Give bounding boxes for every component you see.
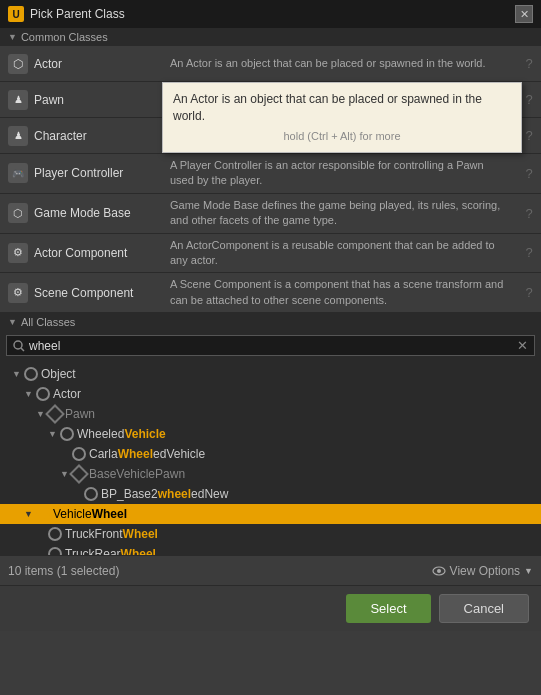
player-controller-label: Player Controller (34, 166, 123, 180)
tree-item-actor[interactable]: ▼ Actor (0, 384, 541, 404)
class-label-pawn: ♟ Pawn (0, 82, 162, 117)
game-mode-base-label: Game Mode Base (34, 206, 131, 220)
object-node-icon (24, 367, 38, 381)
actor-help-icon[interactable]: ? (517, 46, 541, 81)
common-classes-header: ▼ Common Classes (0, 28, 541, 46)
truck-rear-wheel-node-icon (48, 547, 62, 555)
view-options-chevron: ▼ (524, 566, 533, 576)
truck-front-wheel-label: TruckFrontWheel (65, 527, 158, 541)
class-row-pawn[interactable]: ♟ Pawn ? An Actor is an object that can … (0, 82, 541, 118)
player-controller-help-icon[interactable]: ? (517, 154, 541, 193)
actor-component-icon: ⚙ (8, 243, 28, 263)
tree-item-carla-wheeled-vehicle[interactable]: ▼ CarlaWheeledVehicle (0, 444, 541, 464)
class-row-actor-component[interactable]: ⚙ Actor Component An ActorComponent is a… (0, 234, 541, 274)
all-classes-header: ▼ All Classes (0, 313, 541, 331)
actor-tree-label: Actor (53, 387, 81, 401)
class-label-character: ♟ Character (0, 118, 162, 153)
bp-base2wheeled-node-icon (84, 487, 98, 501)
select-button[interactable]: Select (346, 594, 430, 623)
base-vehicle-pawn-node-icon (69, 464, 89, 484)
class-label-actor-component: ⚙ Actor Component (0, 234, 162, 273)
view-options-label: View Options (450, 564, 520, 578)
bottom-bar: 10 items (1 selected) View Options ▼ (0, 555, 541, 585)
scene-component-help-icon[interactable]: ? (517, 273, 541, 312)
actor-tooltip: An Actor is an object that can be placed… (162, 82, 522, 153)
carla-label: CarlaWheeledVehicle (89, 447, 205, 461)
class-label-game-mode-base: ⬡ Game Mode Base (0, 194, 162, 233)
actor-component-desc: An ActorComponent is a reusable componen… (162, 234, 517, 273)
title-bar: U Pick Parent Class ✕ (0, 0, 541, 28)
app-icon: U (8, 6, 24, 22)
tree-item-base-vehicle-pawn[interactable]: ▼ BaseVehiclePawn (0, 464, 541, 484)
player-controller-desc: A Player Controller is an actor responsi… (162, 154, 517, 193)
vehicle-wheel-label: VehicleWheel (53, 507, 127, 521)
pawn-icon: ♟ (8, 90, 28, 110)
truck-front-wheel-node-icon (48, 527, 62, 541)
tooltip-hint: hold (Ctrl + Alt) for more (173, 129, 511, 144)
class-label-player-controller: 🎮 Player Controller (0, 154, 162, 193)
class-row-actor[interactable]: ⬡ Actor An Actor is an object that can b… (0, 46, 541, 82)
game-mode-icon: ⬡ (8, 203, 28, 223)
actor-label: Actor (34, 57, 62, 71)
class-row-game-mode-base[interactable]: ⬡ Game Mode Base Game Mode Base defines … (0, 194, 541, 234)
tooltip-text: An Actor is an object that can be placed… (173, 92, 482, 123)
tree-item-wheeled-vehicle[interactable]: ▼ WheeledVehicle (0, 424, 541, 444)
object-label: Object (41, 367, 76, 381)
tree-arrow-actor: ▼ (24, 389, 34, 399)
close-button[interactable]: ✕ (515, 5, 533, 23)
view-options-button[interactable]: View Options ▼ (432, 564, 533, 578)
scene-component-icon: ⚙ (8, 283, 28, 303)
search-bar: ✕ (6, 335, 535, 356)
tree-arrow-wheeled-vehicle: ▼ (48, 429, 58, 439)
vehicle-wheel-node-icon (36, 507, 50, 521)
scene-component-desc: A Scene Component is a component that ha… (162, 273, 517, 312)
pawn-tree-label: Pawn (65, 407, 95, 421)
svg-line-1 (21, 348, 24, 351)
character-icon: ♟ (8, 126, 28, 146)
actor-node-icon (36, 387, 50, 401)
tree-arrow-vehicle-wheel: ▼ (24, 509, 34, 519)
base-vehicle-pawn-label: BaseVehiclePawn (89, 467, 185, 481)
class-label-scene-component: ⚙ Scene Component (0, 273, 162, 312)
common-classes-arrow: ▼ (8, 32, 17, 42)
actor-desc: An Actor is an object that can be placed… (162, 46, 517, 81)
search-clear-button[interactable]: ✕ (517, 338, 528, 353)
tree-arrow-object: ▼ (12, 369, 22, 379)
svg-point-0 (14, 341, 22, 349)
all-classes-section: ▼ All Classes ✕ ▼ Object ▼ Actor ▼ (0, 313, 541, 585)
class-tree: ▼ Object ▼ Actor ▼ Pawn ▼ WheeledVehicle (0, 360, 541, 555)
actor-component-label: Actor Component (34, 246, 127, 260)
items-count: 10 items (1 selected) (8, 564, 119, 578)
carla-node-icon (72, 447, 86, 461)
tree-item-pawn[interactable]: ▼ Pawn (0, 404, 541, 424)
character-label: Character (34, 129, 87, 143)
truck-rear-wheel-label: TruckRearWheel (65, 547, 156, 555)
window-title: Pick Parent Class (30, 7, 509, 21)
tree-item-vehicle-wheel[interactable]: ▼ VehicleWheel (0, 504, 541, 524)
pawn-label: Pawn (34, 93, 64, 107)
pawn-node-icon (45, 404, 65, 424)
tree-item-object[interactable]: ▼ Object (0, 364, 541, 384)
search-input[interactable] (29, 339, 513, 353)
wheeled-vehicle-label: WheeledVehicle (77, 427, 166, 441)
actor-icon: ⬡ (8, 54, 28, 74)
class-label-actor: ⬡ Actor (0, 46, 162, 81)
search-icon (13, 340, 25, 352)
eye-icon (432, 564, 446, 578)
svg-point-3 (437, 569, 441, 573)
wheeled-vehicle-node-icon (60, 427, 74, 441)
scene-component-label: Scene Component (34, 286, 133, 300)
class-row-player-controller[interactable]: 🎮 Player Controller A Player Controller … (0, 154, 541, 194)
all-classes-label: All Classes (21, 316, 75, 328)
game-mode-help-icon[interactable]: ? (517, 194, 541, 233)
class-row-scene-component[interactable]: ⚙ Scene Component A Scene Component is a… (0, 273, 541, 313)
bp-base2wheeled-label: BP_Base2wheeledNew (101, 487, 228, 501)
tree-item-bp-base2wheeled[interactable]: ▼ BP_Base2wheeledNew (0, 484, 541, 504)
common-classes-label: Common Classes (21, 31, 108, 43)
cancel-button[interactable]: Cancel (439, 594, 529, 623)
tree-item-truck-front-wheel[interactable]: ▼ TruckFrontWheel (0, 524, 541, 544)
all-classes-arrow: ▼ (8, 317, 17, 327)
player-controller-icon: 🎮 (8, 163, 28, 183)
tree-item-truck-rear-wheel[interactable]: ▼ TruckRearWheel (0, 544, 541, 555)
actor-component-help-icon[interactable]: ? (517, 234, 541, 273)
